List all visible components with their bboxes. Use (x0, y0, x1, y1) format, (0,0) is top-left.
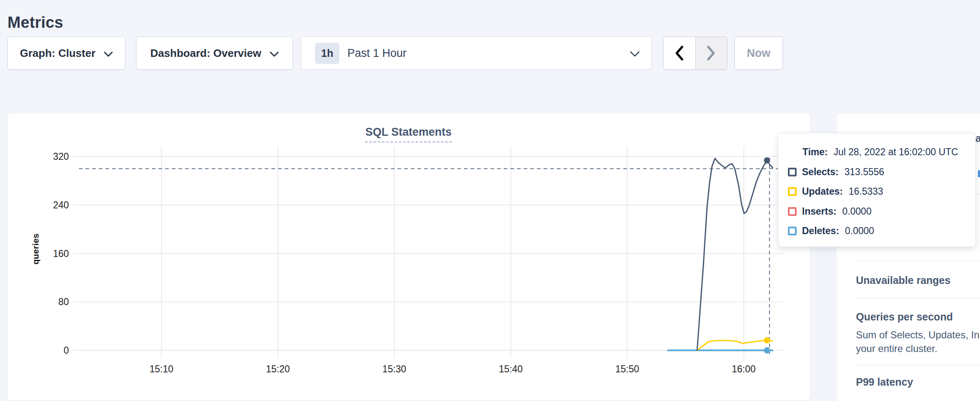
divider (854, 261, 980, 261)
tooltip-label: Inserts: (802, 206, 836, 217)
time-pager (663, 37, 727, 70)
sidebar-clipped-text-fragment: a (975, 132, 980, 144)
chevron-down-icon (630, 51, 640, 57)
chevron-left-icon (674, 45, 684, 61)
dashboard-dropdown[interactable]: Dashboard: Overview (136, 37, 293, 70)
next-time-button[interactable] (695, 37, 727, 69)
sidebar-item-queries-per-second[interactable]: Queries per second (856, 311, 953, 323)
dashboard-label: Dashboard: Overview (150, 47, 261, 60)
inserts-legend-swatch (788, 207, 797, 216)
time-range-badge: 1h (315, 43, 339, 64)
chart-tooltip: Time: Jul 28, 2022 at 16:02:00 UTC Selec… (778, 133, 976, 247)
tooltip-value: 0.0000 (842, 206, 871, 217)
tooltip-row-selects: Selects: 313.5556 (778, 165, 975, 179)
graph-scope-label: Graph: Cluster (20, 47, 95, 60)
chart-title[interactable]: SQL Statements (365, 126, 451, 142)
time-range-selector[interactable]: 1h Past 1 Hour (301, 37, 652, 70)
tooltip-time-value: Jul 28, 2022 at 16:02:00 UTC (834, 147, 958, 158)
tooltip-row-inserts: Inserts: 0.0000 (778, 204, 975, 218)
updates-legend-swatch (788, 187, 797, 196)
chevron-down-icon (270, 51, 279, 57)
tooltip-label: Deletes: (802, 225, 839, 237)
chart-title-row: SQL Statements (7, 126, 810, 142)
tooltip-time-row: Time: Jul 28, 2022 at 16:02:00 UTC (778, 145, 975, 159)
queries-per-second-description-line2: your entire cluster. (856, 342, 937, 355)
graph-scope-dropdown[interactable]: Graph: Cluster (7, 37, 125, 70)
page-title: Metrics (7, 14, 63, 32)
tooltip-value: 0.0000 (845, 225, 874, 237)
chevron-down-icon (104, 51, 113, 57)
tooltip-label: Updates: (802, 186, 843, 197)
tooltip-row-updates: Updates: 16.5333 (778, 184, 975, 198)
sidebar-item-p99-latency[interactable]: P99 latency (856, 376, 913, 388)
queries-per-second-description-line1: Sum of Selects, Updates, Inser (856, 328, 980, 342)
tooltip-value: 16.5333 (848, 186, 883, 197)
tooltip-time-label: Time: (802, 147, 828, 158)
y-axis-label: queries (31, 234, 41, 265)
sidebar-clipped-link-fragment (978, 170, 980, 177)
divider (854, 298, 980, 298)
now-button[interactable]: Now (734, 37, 783, 70)
chevron-right-icon (706, 45, 716, 61)
sidebar-item-unavailable-ranges[interactable]: Unavailable ranges (856, 274, 951, 286)
deletes-legend-swatch (788, 227, 797, 235)
tooltip-value: 313.5556 (844, 166, 884, 178)
tooltip-label: Selects: (802, 166, 839, 178)
divider (854, 365, 980, 365)
tooltip-row-deletes: Deletes: 0.0000 (778, 224, 975, 238)
selects-legend-swatch (788, 168, 797, 176)
sql-statements-chart-card (7, 113, 811, 401)
prev-time-button[interactable] (663, 37, 695, 69)
time-range-label: Past 1 Hour (347, 47, 407, 60)
